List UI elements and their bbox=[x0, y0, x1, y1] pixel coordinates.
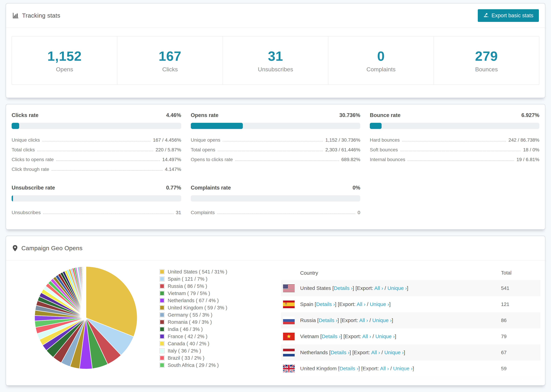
country-name: United States bbox=[300, 285, 331, 291]
country-cell: United States [Details ›] [Export: All ›… bbox=[300, 285, 501, 291]
tracking-stats-card: Tracking stats Export basic stats 1,152O… bbox=[6, 3, 545, 98]
rate-row: Unique clicks167 / 4.456% bbox=[12, 133, 181, 143]
export-all-link[interactable]: All › bbox=[380, 366, 389, 371]
export-all-link[interactable]: All › bbox=[371, 350, 380, 355]
legend-label: Russia ( 86 / 5% ) bbox=[168, 283, 207, 289]
legend-swatch bbox=[160, 334, 165, 339]
rate-title: Opens rate bbox=[191, 112, 219, 118]
rate-title: Bounce rate bbox=[370, 112, 400, 118]
stat-value: 279 bbox=[475, 49, 498, 64]
rate-row: Internal bounces19 / 6.81% bbox=[370, 153, 539, 162]
dotted-leader bbox=[235, 161, 339, 161]
rate-row: Unsubscribes31 bbox=[12, 206, 181, 215]
export-all-link[interactable]: All › bbox=[357, 301, 366, 307]
export-basic-stats-button[interactable]: Export basic stats bbox=[478, 9, 539, 22]
rate-value: 30.736% bbox=[339, 112, 360, 118]
dotted-leader bbox=[37, 151, 153, 151]
legend-swatch bbox=[160, 327, 165, 332]
rate-value: 6.927% bbox=[521, 112, 539, 118]
export-unique-link[interactable]: Unique › bbox=[370, 301, 389, 307]
dotted-leader bbox=[223, 141, 323, 141]
legend-item: Spain ( 121 / 7% ) bbox=[160, 275, 240, 283]
details-link[interactable]: Details › bbox=[331, 350, 349, 355]
rate-value: 0.77% bbox=[166, 185, 181, 191]
export-button-label: Export basic stats bbox=[491, 13, 533, 19]
export-unique-link[interactable]: Unique › bbox=[384, 350, 404, 355]
geo-table-row-ru: Russia [Details ›] [Export: All › / Uniq… bbox=[281, 312, 540, 328]
geo-table-row-vn: Vietnam [Details ›] [Export: All › / Uni… bbox=[281, 328, 540, 344]
dotted-leader bbox=[43, 213, 174, 214]
rate-row: Soft bounces18 / 0% bbox=[370, 143, 539, 153]
geo-opens-card: Campaign Geo Opens United States ( 541 /… bbox=[6, 236, 545, 386]
legend-swatch bbox=[160, 363, 165, 368]
legend-item: Brazil ( 33 / 2% ) bbox=[160, 354, 240, 362]
rate-block-bounce-rate: Bounce rate6.927%Hard bounces242 / 86.73… bbox=[370, 112, 539, 172]
rate-block-unsubscribe-rate: Unsubscribe rate0.77%Unsubscribes31 bbox=[12, 185, 181, 215]
export-all-link[interactable]: All › bbox=[362, 334, 371, 339]
export-unique-link[interactable]: Unique › bbox=[378, 382, 397, 386]
legend-swatch bbox=[160, 305, 165, 310]
gb-flag-icon bbox=[281, 365, 300, 372]
stat-label: Bounces bbox=[475, 66, 498, 73]
de-flag-icon bbox=[281, 381, 300, 386]
stat-value: 0 bbox=[377, 49, 385, 64]
progress-bar bbox=[12, 123, 181, 129]
geo-table-row-de: Germany [Details ›] [Export: All › / Uni… bbox=[281, 377, 540, 386]
export-unique-link[interactable]: Unique › bbox=[375, 334, 395, 339]
export-unique-link[interactable]: Unique › bbox=[372, 317, 392, 323]
export-unique-link[interactable]: Unique › bbox=[393, 366, 413, 371]
legend-swatch bbox=[160, 269, 165, 274]
export-unique-link[interactable]: Unique › bbox=[387, 285, 407, 291]
legend-label: Romania ( 49 / 3% ) bbox=[168, 319, 212, 325]
geo-table: CountryTotalUnited States [Details ›] [E… bbox=[281, 266, 540, 386]
rate-value: 4.46% bbox=[166, 112, 181, 118]
export-prefix: Export: bbox=[357, 285, 373, 291]
stat-label: Unsubscribes bbox=[258, 66, 293, 73]
legend-label: India ( 46 / 3% ) bbox=[168, 327, 203, 332]
country-cell: United Kingdom [Details ›] [Export: All … bbox=[300, 366, 501, 371]
rate-row: Total opens2,303 / 61.446% bbox=[191, 143, 360, 153]
details-link[interactable]: Details › bbox=[324, 382, 343, 386]
legend-label: Brazil ( 33 / 2% ) bbox=[168, 355, 204, 361]
geo-opens-header: Campaign Geo Opens bbox=[6, 236, 545, 260]
total-column-header: Total bbox=[501, 270, 540, 276]
legend-label: Netherlands ( 67 / 4% ) bbox=[168, 298, 219, 303]
rate-row: Clicks to opens rate14.497% bbox=[12, 153, 181, 162]
geo-table-row-us: United States [Details ›] [Export: All ›… bbox=[281, 280, 540, 296]
export-all-link[interactable]: All › bbox=[365, 382, 374, 386]
legend-swatch bbox=[160, 276, 165, 281]
rate-title: Clicks rate bbox=[12, 112, 38, 118]
country-name: Vietnam bbox=[300, 334, 319, 339]
details-link[interactable]: Details › bbox=[339, 366, 358, 371]
country-name: Germany bbox=[300, 382, 321, 386]
rates-grid: Clicks rate4.46%Unique clicks167 / 4.456… bbox=[12, 112, 539, 215]
geo-table-header-row: CountryTotal bbox=[281, 266, 540, 280]
legend-label: South Africa ( 29 / 2% ) bbox=[168, 362, 219, 368]
total-cell: 86 bbox=[501, 318, 540, 323]
details-link[interactable]: Details › bbox=[319, 317, 338, 323]
legend-label: Italy ( 36 / 2% ) bbox=[168, 348, 201, 354]
dotted-leader bbox=[51, 170, 162, 171]
legend-item: Russia ( 86 / 5% ) bbox=[160, 283, 240, 290]
export-all-link[interactable]: All › bbox=[374, 285, 383, 291]
legend-swatch bbox=[160, 348, 165, 353]
country-name: Russia bbox=[300, 317, 316, 323]
export-prefix: Export: bbox=[363, 366, 379, 371]
details-link[interactable]: Details › bbox=[322, 334, 340, 339]
country-cell: Spain [Details ›] [Export: All › / Uniqu… bbox=[300, 301, 501, 307]
rate-block-complaints-rate: Complaints rate0%Complaints0 bbox=[191, 185, 360, 215]
details-link[interactable]: Details › bbox=[316, 301, 335, 307]
legend-swatch bbox=[160, 320, 165, 325]
rate-row: Click through rate4.147% bbox=[12, 162, 181, 172]
export-all-link[interactable]: All › bbox=[359, 317, 368, 323]
geo-table-row-gb: United Kingdom [Details ›] [Export: All … bbox=[281, 361, 540, 377]
export-prefix: Export: bbox=[347, 382, 363, 386]
legend-item: Netherlands ( 67 / 4% ) bbox=[160, 297, 240, 304]
geo-table-row-es: Spain [Details ›] [Export: All › / Uniqu… bbox=[281, 296, 540, 312]
rate-row: Hard bounces242 / 86.738% bbox=[370, 133, 539, 143]
progress-bar bbox=[191, 195, 360, 202]
dotted-leader bbox=[402, 141, 506, 141]
geo-pie-chart bbox=[33, 265, 139, 371]
details-link[interactable]: Details › bbox=[334, 285, 353, 291]
rate-value: 0% bbox=[353, 185, 360, 191]
